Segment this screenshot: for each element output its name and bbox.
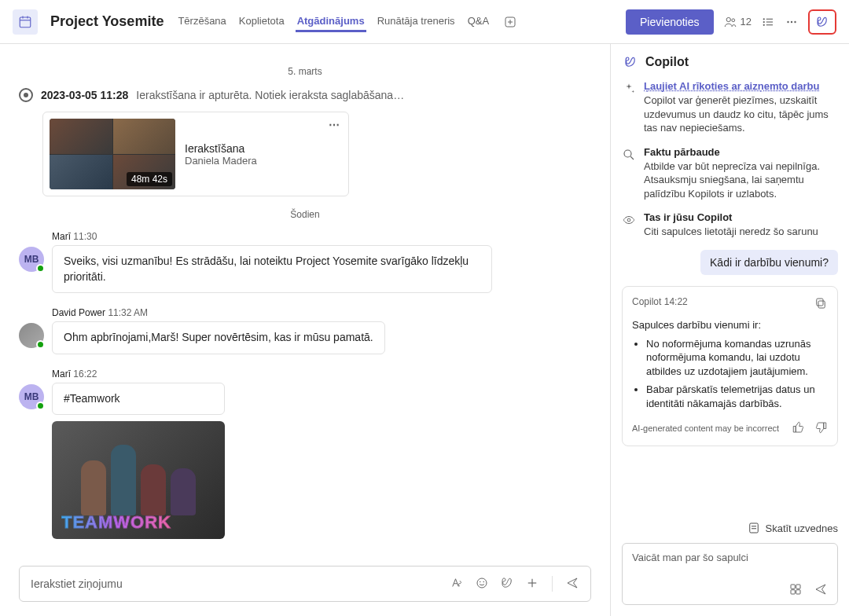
svg-rect-26 bbox=[818, 301, 825, 308]
copilot-reply-card: Copilot 14:22 Sapulces darbību vienumi i… bbox=[622, 286, 838, 446]
list-item: No noformējuma komandas uzrunās noformēj… bbox=[646, 337, 828, 379]
svg-point-7 bbox=[726, 17, 730, 21]
recording-card[interactable]: 48m 42s Ierakstīšana Daniela Madera ⋯ bbox=[42, 112, 349, 196]
copilot-tip-title: Faktu pārbaude bbox=[644, 146, 838, 158]
tab-speaker-coach[interactable]: Runātāja treneris bbox=[376, 12, 457, 32]
reply-author: Copilot bbox=[632, 296, 661, 307]
chat-message: MB Marī 11:30 Sveiks, visi uzmanību! Es … bbox=[19, 231, 591, 293]
copilot-input-placeholder[interactable]: Vaicāt man par šo sapulci bbox=[632, 552, 828, 563]
participants-count[interactable]: 12 bbox=[723, 15, 752, 29]
more-icon[interactable] bbox=[785, 15, 799, 29]
copilot-tip: Ļaujiet AI rīkoties ar aizņemto darbuCop… bbox=[622, 80, 838, 135]
eye-icon bbox=[622, 213, 636, 239]
svg-point-9 bbox=[763, 18, 765, 20]
add-tab-icon[interactable] bbox=[503, 15, 517, 29]
send-icon[interactable] bbox=[814, 582, 828, 596]
svg-point-10 bbox=[763, 20, 765, 22]
participants-number: 12 bbox=[741, 16, 752, 28]
message-bubble: Sveiks, visi uzmanību! Es strādāšu, lai … bbox=[52, 245, 492, 293]
svg-point-8 bbox=[731, 18, 734, 21]
chat-scroll[interactable]: 5. marts 2023-03-05 11:28 Ierakstīšana i… bbox=[0, 44, 610, 566]
copilot-scroll[interactable]: Ļaujiet AI rīkoties ar aizņemto darbuCop… bbox=[611, 80, 849, 516]
copilot-tip-body: Citi sapulces lietotāji neredz šo sarunu bbox=[644, 225, 818, 239]
copilot-title: Copilot bbox=[645, 55, 689, 69]
tab-shared[interactable]: Koplietota bbox=[237, 12, 286, 32]
svg-point-20 bbox=[483, 581, 485, 583]
copilot-icon bbox=[623, 55, 638, 69]
recording-title: Ierakstīšana bbox=[185, 142, 257, 155]
copilot-tip-title[interactable]: Ļaujiet AI rīkoties ar aizņemto darbu bbox=[644, 80, 819, 92]
message-author: Marī bbox=[52, 231, 71, 242]
thumbs-down-icon[interactable] bbox=[814, 420, 828, 436]
recording-timestamp: 2023-03-05 11:28 bbox=[41, 89, 128, 101]
ai-disclaimer: AI-generated content may be incorrect bbox=[632, 424, 779, 433]
copilot-header: Copilot bbox=[611, 44, 849, 80]
svg-line-24 bbox=[630, 156, 634, 160]
message-bubble: Ohm apbrīnojami,Marš! Super novērtēsim, … bbox=[52, 321, 385, 354]
message-time: 11:32 AM bbox=[108, 307, 148, 318]
recording-duration: 48m 42s bbox=[127, 172, 172, 186]
copy-icon[interactable] bbox=[814, 296, 828, 313]
gif-caption: TEAMWORK bbox=[61, 512, 171, 533]
recording-author: Daniela Madera bbox=[185, 155, 257, 167]
presence-icon bbox=[36, 402, 45, 410]
header: Project Yosemite Tērzēšana Koplietota At… bbox=[0, 0, 849, 44]
avatar[interactable] bbox=[19, 323, 44, 348]
svg-point-11 bbox=[763, 24, 765, 25]
chat-pane: 5. marts 2023-03-05 11:28 Ierakstīšana i… bbox=[0, 44, 610, 616]
search-icon bbox=[622, 148, 636, 201]
page-title: Project Yosemite bbox=[50, 13, 164, 30]
list-item: Babar pārskatīs telemetrijas datus un id… bbox=[646, 383, 828, 410]
calendar-app-icon[interactable] bbox=[13, 9, 38, 35]
copilot-tip-body: Atbilde var būt neprecīza vai nepilnīga.… bbox=[644, 160, 838, 201]
copilot-tip: Tas ir jūsu CopilotCiti sapulces lietotā… bbox=[622, 211, 838, 239]
date-separator: 5. marts bbox=[19, 66, 591, 77]
svg-rect-28 bbox=[749, 523, 758, 533]
tab-qa[interactable]: Q&A bbox=[466, 12, 491, 32]
chat-message: David Power 11:32 AM Ohm apbrīnojami,Mar… bbox=[19, 307, 591, 354]
prompt-gallery-icon[interactable] bbox=[788, 582, 803, 596]
send-icon[interactable] bbox=[565, 576, 579, 592]
svg-rect-34 bbox=[796, 590, 800, 594]
message-compose[interactable] bbox=[19, 566, 591, 602]
svg-rect-32 bbox=[796, 585, 800, 588]
action-items-list: No noformējuma komandas uzrunās noformēj… bbox=[632, 337, 828, 411]
tab-chat[interactable]: Tērzēšana bbox=[176, 12, 227, 32]
copilot-tip-body: Copilot var ģenerēt piezīmes, uzskaitīt … bbox=[644, 94, 838, 135]
svg-point-25 bbox=[627, 218, 630, 222]
svg-rect-31 bbox=[791, 585, 795, 588]
add-icon[interactable] bbox=[525, 576, 539, 592]
reply-time: 14:22 bbox=[664, 296, 688, 307]
message-author: David Power bbox=[52, 307, 105, 318]
join-button[interactable]: Pievienoties bbox=[626, 9, 714, 35]
gif-attachment[interactable]: TEAMWORK bbox=[52, 421, 225, 539]
header-actions: Pievienoties 12 bbox=[626, 9, 836, 35]
thumbs-up-icon[interactable] bbox=[792, 420, 806, 436]
presence-icon bbox=[36, 264, 45, 273]
copilot-compose[interactable]: Vaicāt man par šo sapulci bbox=[622, 543, 838, 605]
message-bubble: #Teamwork bbox=[52, 383, 225, 416]
svg-point-16 bbox=[791, 20, 792, 22]
record-icon bbox=[19, 88, 33, 102]
svg-rect-27 bbox=[817, 299, 823, 306]
format-icon[interactable] bbox=[450, 576, 464, 592]
copilot-pane: Copilot Ļaujiet AI rīkoties ar aizņemto … bbox=[610, 44, 849, 616]
chat-message: MB Marī 16:22 #Teamwork TEAMWORK bbox=[19, 368, 591, 540]
recording-more-icon[interactable]: ⋯ bbox=[329, 119, 340, 131]
message-time: 16:22 bbox=[73, 368, 97, 380]
view-prompts-link[interactable]: Skatīt uzvednes bbox=[611, 516, 849, 543]
message-input[interactable] bbox=[31, 578, 450, 590]
emoji-icon[interactable] bbox=[475, 576, 489, 592]
svg-point-15 bbox=[787, 20, 788, 22]
tab-recap[interactable]: Atgādinājums bbox=[296, 12, 366, 32]
copilot-toggle-button[interactable] bbox=[808, 9, 836, 35]
prompts-icon bbox=[747, 521, 761, 535]
avatar[interactable]: MB bbox=[19, 247, 44, 272]
list-icon[interactable] bbox=[761, 15, 775, 29]
message-time: 11:30 bbox=[73, 231, 97, 242]
message-author: Marī bbox=[52, 368, 71, 380]
copilot-compose-icon[interactable] bbox=[500, 576, 514, 592]
reply-lead: Sapulces darbību vienumi ir: bbox=[632, 319, 828, 331]
copilot-tip-title: Tas ir jūsu Copilot bbox=[644, 211, 818, 223]
avatar[interactable]: MB bbox=[19, 384, 44, 409]
